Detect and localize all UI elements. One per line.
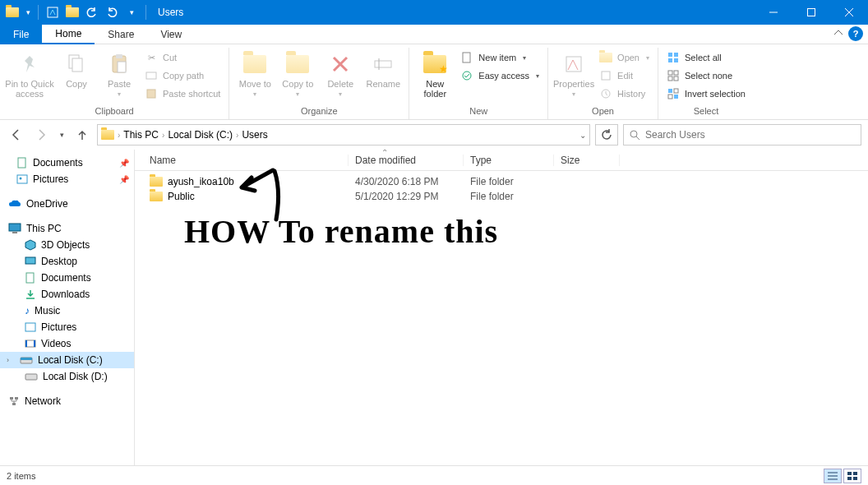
paste-button[interactable]: Paste ▾ <box>99 48 140 104</box>
qat-more-icon[interactable]: ▾ <box>122 3 141 21</box>
svg-point-33 <box>630 131 637 137</box>
select-all-icon <box>667 51 680 64</box>
qat-redo-icon[interactable] <box>103 3 121 21</box>
file-tab[interactable]: File <box>0 25 42 44</box>
nav-music[interactable]: ♪Music <box>0 303 134 319</box>
large-icons-view-button[interactable] <box>843 469 861 483</box>
nav-onedrive[interactable]: ›OneDrive <box>0 196 134 212</box>
nav-local-disk-d[interactable]: Local Disk (D:) <box>0 368 134 385</box>
cut-button[interactable]: ✂Cut <box>141 49 224 66</box>
up-button[interactable] <box>72 125 92 145</box>
qat-undo-icon[interactable] <box>83 3 101 21</box>
address-dropdown-icon[interactable]: ⌄ <box>579 131 586 140</box>
invert-selection-button[interactable]: Invert selection <box>663 85 749 102</box>
move-to-button[interactable]: Move to▾ <box>234 48 275 104</box>
edit-button[interactable]: Edit <box>596 67 653 84</box>
invert-selection-icon <box>667 87 680 100</box>
col-size[interactable]: Size <box>554 155 620 166</box>
svg-rect-57 <box>847 477 852 480</box>
document-icon <box>16 157 28 169</box>
nav-videos[interactable]: Videos <box>0 335 134 352</box>
collapse-ribbon-icon[interactable] <box>833 28 843 38</box>
svg-rect-40 <box>25 257 35 264</box>
onedrive-icon <box>8 199 21 209</box>
network-icon <box>8 395 20 407</box>
recent-locations-button[interactable]: ▾ <box>56 125 67 145</box>
maximize-button[interactable] <box>792 0 830 25</box>
svg-rect-2 <box>808 9 815 16</box>
select-none-button[interactable]: Select none <box>663 67 749 84</box>
view-tab[interactable]: View <box>147 25 195 44</box>
svg-rect-58 <box>853 477 857 480</box>
qat-folder-icon[interactable] <box>3 3 21 21</box>
minimize-button[interactable] <box>755 0 792 25</box>
quick-access-toolbar: ▾ ▾ <box>0 3 150 21</box>
new-folder-icon <box>422 51 448 77</box>
home-tab[interactable]: Home <box>42 25 95 44</box>
chevron-down-icon: ⌄ <box>0 224 3 233</box>
nav-pictures[interactable]: Pictures <box>0 319 134 335</box>
svg-rect-38 <box>9 224 21 231</box>
group-label-clipboard: Clipboard <box>5 104 224 118</box>
svg-rect-19 <box>602 72 610 80</box>
nav-documents-quick[interactable]: Documents📌 <box>0 155 134 171</box>
col-type[interactable]: Type <box>464 155 554 166</box>
forward-button[interactable] <box>31 125 51 145</box>
refresh-button[interactable] <box>595 124 618 146</box>
close-button[interactable] <box>830 0 868 25</box>
crumb-users[interactable]: Users <box>242 129 267 141</box>
help-icon[interactable]: ? <box>848 26 863 41</box>
nav-network[interactable]: ›Network <box>0 393 134 409</box>
copy-path-icon <box>145 69 158 82</box>
easy-access-button[interactable]: Easy access▾ <box>457 67 542 84</box>
svg-point-37 <box>20 178 22 180</box>
copy-button[interactable]: Copy <box>56 48 97 104</box>
share-tab[interactable]: Share <box>95 25 147 44</box>
back-button[interactable] <box>7 125 26 145</box>
pictures-icon <box>16 173 28 185</box>
select-none-icon <box>667 69 680 82</box>
open-button[interactable]: Open▾ <box>596 49 653 66</box>
ribbon-group-clipboard: Pin to Quick access Copy Paste ▾ ✂Cut Co… <box>0 48 229 119</box>
thispc-icon <box>8 223 21 234</box>
ribbon-group-new: New folder New item▾ Easy access▾ New <box>409 48 548 119</box>
address-bar[interactable]: › This PC › Local Disk (C:) › Users ⌄ <box>97 124 590 146</box>
nav-downloads[interactable]: Downloads <box>0 286 134 303</box>
nav-documents[interactable]: Documents <box>0 270 134 286</box>
nav-desktop[interactable]: Desktop <box>0 253 134 270</box>
paste-shortcut-button[interactable]: Paste shortcut <box>141 85 224 102</box>
properties-icon <box>561 51 587 77</box>
svg-rect-42 <box>25 323 35 331</box>
pin-to-quick-access-button[interactable]: Pin to Quick access <box>5 48 54 104</box>
col-date[interactable]: Date modified <box>349 155 464 166</box>
crumb-thispc[interactable]: This PC <box>123 129 159 141</box>
nav-3d-objects[interactable]: 3D Objects <box>0 237 134 253</box>
search-box[interactable] <box>623 124 861 146</box>
qat-dropdown-icon[interactable]: ▾ <box>23 3 33 21</box>
nav-pictures-quick[interactable]: Pictures📌 <box>0 171 134 187</box>
search-icon <box>629 129 640 141</box>
history-button[interactable]: History <box>596 85 653 102</box>
crumb-localc[interactable]: Local Disk (C:) <box>168 129 233 141</box>
new-folder-button[interactable]: New folder <box>414 48 455 104</box>
delete-button[interactable]: Delete▾ <box>320 48 361 104</box>
new-item-button[interactable]: New item▾ <box>457 49 542 66</box>
pictures-icon <box>25 321 36 333</box>
svg-rect-10 <box>146 72 156 79</box>
qat-newfolder-icon[interactable] <box>63 3 81 21</box>
copy-path-button[interactable]: Copy path <box>141 67 224 84</box>
qat-properties-icon[interactable] <box>44 3 62 21</box>
nav-local-disk-c[interactable]: ›Local Disk (C:) <box>0 352 134 368</box>
sort-indicator-icon: ⌃ <box>381 148 388 157</box>
search-input[interactable] <box>645 129 856 141</box>
select-all-button[interactable]: Select all <box>663 49 749 66</box>
properties-button[interactable]: Properties▾ <box>553 48 594 104</box>
ribbon-group-select: Select all Select none Invert selection … <box>658 48 754 119</box>
titlebar: ▾ ▾ Users <box>0 0 868 25</box>
nav-thispc[interactable]: ⌄This PC <box>0 220 134 237</box>
copy-to-button[interactable]: Copy to▾ <box>277 48 318 104</box>
details-view-button[interactable] <box>824 469 842 483</box>
videos-icon <box>25 338 36 349</box>
rename-button[interactable]: Rename <box>362 48 404 104</box>
annotation-arrow <box>227 158 293 224</box>
